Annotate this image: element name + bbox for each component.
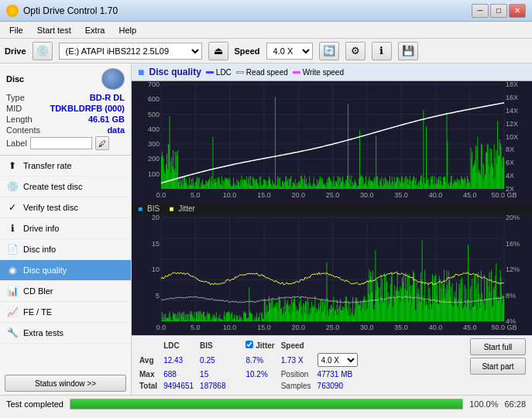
progress-percent: 100.0% bbox=[469, 399, 498, 409]
bis-chart-header: ■ BIS ■ Jitter bbox=[132, 203, 532, 214]
avg-bis: 0.25 bbox=[200, 352, 230, 368]
title-bar-left: Opti Drive Control 1.70 bbox=[6, 5, 118, 17]
nav-create-test-disc[interactable]: 💿 Create test disc bbox=[0, 176, 131, 197]
position-label: Position bbox=[281, 369, 316, 379]
disc-type-row: Type BD-R DL bbox=[6, 93, 125, 102]
stats-bar: LDC BIS Jitter Speed Avg 12.43 0.25 8.7% bbox=[132, 335, 532, 395]
status-window-button[interactable]: Status window >> bbox=[5, 375, 126, 392]
close-button[interactable]: ✕ bbox=[509, 4, 526, 18]
disc-label-input[interactable] bbox=[30, 137, 92, 149]
top-chart-wrapper bbox=[132, 81, 532, 203]
nav-transfer-rate[interactable]: ⬆ Transfer rate bbox=[0, 156, 131, 176]
drive-label: Drive bbox=[5, 46, 26, 56]
refresh-button[interactable]: 🔄 bbox=[319, 42, 339, 60]
samples-val: 763090 bbox=[317, 381, 362, 391]
speed-select[interactable]: 4.0 X bbox=[266, 43, 313, 60]
title-bar: Opti Drive Control 1.70 ─ □ ✕ bbox=[0, 0, 532, 22]
menu-extra[interactable]: Extra bbox=[79, 24, 112, 36]
progress-bar-fill bbox=[70, 399, 462, 409]
start-part-button[interactable]: Start part bbox=[470, 358, 526, 375]
nav-extra-tests[interactable]: 🔧 Extra tests bbox=[0, 323, 131, 344]
disc-contents-key: Contents bbox=[6, 125, 40, 135]
transfer-rate-icon: ⬆ bbox=[6, 159, 19, 172]
menu-help[interactable]: Help bbox=[112, 24, 142, 36]
jitter-checkbox[interactable] bbox=[245, 341, 253, 348]
disc-length-key: Length bbox=[6, 115, 33, 124]
drive-select[interactable]: (E:) ATAPI iHBS212 2.5L09 bbox=[59, 43, 202, 60]
elapsed-time: 66:28 bbox=[504, 399, 526, 409]
nav-drive-info[interactable]: ℹ Drive info bbox=[0, 218, 131, 239]
app-icon bbox=[6, 5, 19, 17]
nav-disc-quality[interactable]: ◉ Disc quality bbox=[0, 260, 131, 281]
nav-fe-te-label: FE / TE bbox=[23, 307, 52, 317]
info-button[interactable]: ℹ bbox=[372, 42, 392, 60]
disc-label-key: Label bbox=[6, 139, 27, 148]
nav-cd-bler[interactable]: 📊 CD Bler bbox=[0, 281, 131, 302]
disc-length-row: Length 46.61 GB bbox=[6, 115, 125, 124]
speed-select-2[interactable]: 4.0 X bbox=[317, 353, 358, 367]
disc-label-row: Label 🖊 bbox=[6, 136, 125, 150]
bis-chart bbox=[132, 214, 532, 335]
legend-ldc: LDC bbox=[206, 68, 232, 77]
start-buttons: Start full Start part bbox=[470, 338, 526, 375]
main-content: Disc Type BD-R DL MID TDKBLDRFB (000) Le… bbox=[0, 63, 532, 395]
avg-ldc: 12.43 bbox=[163, 352, 198, 368]
disc-type-val: BD-R DL bbox=[90, 93, 125, 102]
nav-fe-te[interactable]: 📈 FE / TE bbox=[0, 302, 131, 323]
ldc-color bbox=[206, 71, 214, 74]
drive-info-icon: ℹ bbox=[6, 222, 19, 235]
charts-container: ■ BIS ■ Jitter bbox=[132, 81, 532, 335]
avg-speed: 1.73 X bbox=[281, 352, 316, 368]
nav-create-test-disc-label: Create test disc bbox=[23, 182, 82, 191]
avg-jitter: 8.7% bbox=[245, 352, 279, 368]
disc-length-val: 46.61 GB bbox=[88, 115, 125, 124]
nav-disc-info[interactable]: 📄 Disc info bbox=[0, 239, 131, 260]
speed-header: Speed bbox=[281, 340, 316, 351]
avg-label: Avg bbox=[139, 352, 162, 368]
speed-label: Speed bbox=[235, 46, 260, 56]
drive-icon-btn[interactable]: 💿 bbox=[33, 42, 53, 60]
write-speed-color bbox=[293, 71, 300, 74]
max-jitter: 10.2% bbox=[245, 369, 279, 379]
status-text: Test completed bbox=[6, 399, 63, 409]
jitter-header: Jitter bbox=[245, 340, 279, 351]
nav-extra-tests-label: Extra tests bbox=[23, 328, 63, 337]
settings-button[interactable]: ⚙ bbox=[345, 42, 366, 60]
total-ldc: 9494651 bbox=[163, 381, 198, 391]
disc-mid-row: MID TDKBLDRFB (000) bbox=[6, 104, 125, 113]
create-test-disc-icon: 💿 bbox=[6, 180, 19, 193]
position-val: 47731 MB bbox=[317, 369, 362, 379]
disc-quality-icon: ◉ bbox=[6, 264, 19, 276]
label-icon-btn[interactable]: 🖊 bbox=[95, 136, 109, 150]
disc-graphic bbox=[101, 68, 125, 90]
nav-verify-test-disc[interactable]: ✓ Verify test disc bbox=[0, 197, 131, 218]
menu-file[interactable]: File bbox=[3, 24, 29, 36]
samples-label: Samples bbox=[281, 381, 316, 391]
minimize-button[interactable]: ─ bbox=[472, 4, 489, 18]
maximize-button[interactable]: □ bbox=[490, 4, 507, 18]
verify-test-disc-icon: ✓ bbox=[6, 201, 19, 214]
disc-section-title: Disc bbox=[6, 74, 24, 84]
menu-start-test[interactable]: Start test bbox=[31, 24, 77, 36]
read-speed-color bbox=[236, 71, 244, 74]
bis-header: BIS bbox=[200, 340, 230, 351]
disc-mid-key: MID bbox=[6, 104, 22, 113]
disc-mid-val: TDKBLDRFB (000) bbox=[50, 104, 125, 113]
extra-tests-icon: 🔧 bbox=[6, 327, 19, 339]
nav-transfer-rate-label: Transfer rate bbox=[23, 161, 72, 170]
menu-bar: File Start test Extra Help bbox=[0, 22, 532, 39]
stats-table: LDC BIS Jitter Speed Avg 12.43 0.25 8.7% bbox=[138, 338, 364, 392]
save-button[interactable]: 💾 bbox=[398, 42, 418, 60]
cd-bler-icon: 📊 bbox=[6, 285, 19, 297]
bottom-chart-wrapper bbox=[132, 214, 532, 335]
drive-bar: Drive 💿 (E:) ATAPI iHBS212 2.5L09 ⏏ Spee… bbox=[0, 39, 532, 63]
disc-info-icon: 📄 bbox=[6, 243, 19, 255]
eject-button[interactable]: ⏏ bbox=[208, 42, 228, 60]
progress-bar-container bbox=[70, 399, 463, 409]
status-bar: Test completed 100.0% 66:28 bbox=[0, 395, 532, 412]
nav-drive-info-label: Drive info bbox=[23, 224, 59, 233]
ldc-header: LDC bbox=[163, 340, 198, 351]
start-full-button[interactable]: Start full bbox=[470, 338, 526, 355]
app-title: Opti Drive Control 1.70 bbox=[23, 5, 118, 16]
max-bis: 15 bbox=[200, 369, 230, 379]
